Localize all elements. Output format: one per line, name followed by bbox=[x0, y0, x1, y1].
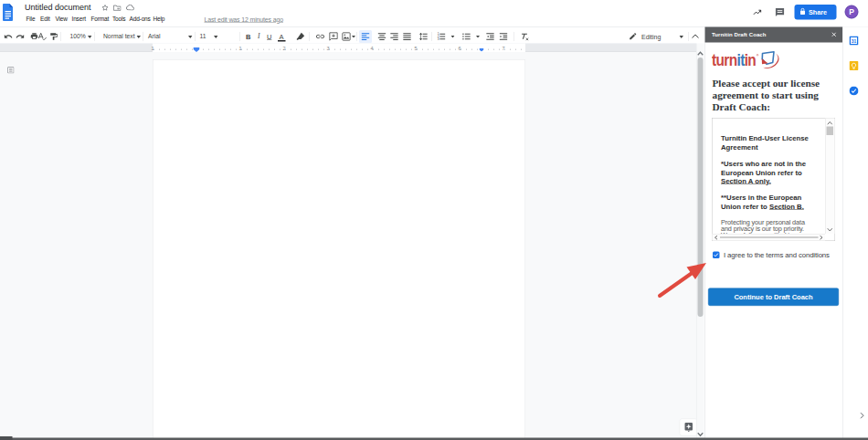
svg-text:3: 3 bbox=[438, 37, 439, 41]
svg-text:31: 31 bbox=[852, 38, 857, 44]
svg-text:turnitin: turnitin bbox=[712, 51, 757, 69]
